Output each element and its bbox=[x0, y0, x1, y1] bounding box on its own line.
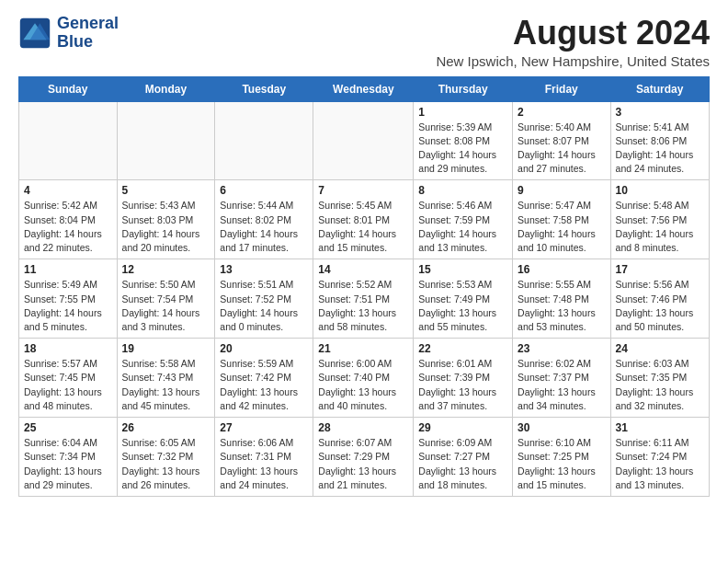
calendar-cell: 29Sunrise: 6:09 AM Sunset: 7:27 PM Dayli… bbox=[414, 418, 513, 497]
day-info: Sunrise: 5:56 AM Sunset: 7:46 PM Dayligh… bbox=[616, 278, 704, 334]
day-info: Sunrise: 6:01 AM Sunset: 7:39 PM Dayligh… bbox=[418, 357, 507, 413]
day-info: Sunrise: 5:57 AM Sunset: 7:45 PM Dayligh… bbox=[24, 357, 112, 413]
calendar-week-row: 25Sunrise: 6:04 AM Sunset: 7:34 PM Dayli… bbox=[19, 418, 710, 497]
day-info: Sunrise: 5:39 AM Sunset: 8:08 PM Dayligh… bbox=[418, 121, 507, 177]
day-number: 4 bbox=[24, 184, 112, 197]
weekday-header-row: SundayMondayTuesdayWednesdayThursdayFrid… bbox=[19, 76, 710, 101]
calendar-header: SundayMondayTuesdayWednesdayThursdayFrid… bbox=[19, 76, 710, 101]
calendar-cell: 4Sunrise: 5:42 AM Sunset: 8:04 PM Daylig… bbox=[19, 180, 118, 259]
day-number: 8 bbox=[418, 184, 507, 197]
day-info: Sunrise: 5:48 AM Sunset: 7:56 PM Dayligh… bbox=[616, 199, 704, 255]
day-number: 10 bbox=[616, 184, 704, 197]
calendar-week-row: 1Sunrise: 5:39 AM Sunset: 8:08 PM Daylig… bbox=[19, 101, 710, 180]
calendar-week-row: 11Sunrise: 5:49 AM Sunset: 7:55 PM Dayli… bbox=[19, 259, 710, 339]
main-title: August 2024 bbox=[436, 15, 710, 52]
day-info: Sunrise: 6:11 AM Sunset: 7:24 PM Dayligh… bbox=[616, 436, 704, 492]
day-info: Sunrise: 5:45 AM Sunset: 8:01 PM Dayligh… bbox=[318, 199, 408, 255]
day-number: 23 bbox=[518, 342, 606, 355]
calendar-cell: 27Sunrise: 6:06 AM Sunset: 7:31 PM Dayli… bbox=[215, 418, 313, 497]
logo-line2: Blue bbox=[57, 33, 119, 52]
weekday-header-sunday: Sunday bbox=[19, 76, 118, 101]
day-number: 29 bbox=[418, 421, 507, 434]
day-number: 6 bbox=[220, 184, 308, 197]
day-number: 30 bbox=[518, 421, 606, 434]
day-info: Sunrise: 5:42 AM Sunset: 8:04 PM Dayligh… bbox=[24, 199, 112, 255]
calendar-cell: 26Sunrise: 6:05 AM Sunset: 7:32 PM Dayli… bbox=[117, 418, 215, 497]
calendar-cell: 30Sunrise: 6:10 AM Sunset: 7:25 PM Dayli… bbox=[513, 418, 611, 497]
logo: General Blue bbox=[18, 15, 119, 52]
day-number: 18 bbox=[24, 342, 112, 355]
day-number: 17 bbox=[616, 263, 704, 276]
calendar-cell bbox=[313, 101, 414, 180]
day-info: Sunrise: 6:07 AM Sunset: 7:29 PM Dayligh… bbox=[318, 436, 408, 492]
day-number: 1 bbox=[418, 106, 507, 119]
logo-text: General Blue bbox=[57, 15, 119, 52]
subtitle: New Ipswich, New Hampshire, United State… bbox=[436, 53, 710, 69]
day-number: 7 bbox=[318, 184, 408, 197]
calendar-cell: 5Sunrise: 5:43 AM Sunset: 8:03 PM Daylig… bbox=[117, 180, 215, 259]
day-number: 24 bbox=[616, 342, 704, 355]
calendar-cell: 28Sunrise: 6:07 AM Sunset: 7:29 PM Dayli… bbox=[313, 418, 414, 497]
calendar-cell: 7Sunrise: 5:45 AM Sunset: 8:01 PM Daylig… bbox=[313, 180, 414, 259]
day-number: 26 bbox=[122, 421, 210, 434]
day-number: 5 bbox=[122, 184, 210, 197]
weekday-header-tuesday: Tuesday bbox=[215, 76, 313, 101]
calendar-cell: 11Sunrise: 5:49 AM Sunset: 7:55 PM Dayli… bbox=[19, 259, 118, 339]
day-info: Sunrise: 5:50 AM Sunset: 7:54 PM Dayligh… bbox=[122, 278, 210, 334]
day-info: Sunrise: 6:03 AM Sunset: 7:35 PM Dayligh… bbox=[616, 357, 704, 413]
logo-line1: General bbox=[57, 15, 119, 33]
day-info: Sunrise: 5:46 AM Sunset: 7:59 PM Dayligh… bbox=[418, 199, 507, 255]
day-info: Sunrise: 6:02 AM Sunset: 7:37 PM Dayligh… bbox=[518, 357, 606, 413]
day-number: 28 bbox=[318, 421, 408, 434]
calendar-week-row: 4Sunrise: 5:42 AM Sunset: 8:04 PM Daylig… bbox=[19, 180, 710, 259]
day-number: 14 bbox=[318, 263, 408, 276]
calendar-cell: 2Sunrise: 5:40 AM Sunset: 8:07 PM Daylig… bbox=[513, 101, 611, 180]
day-number: 27 bbox=[220, 421, 308, 434]
calendar-cell: 21Sunrise: 6:00 AM Sunset: 7:40 PM Dayli… bbox=[313, 339, 414, 418]
day-info: Sunrise: 5:41 AM Sunset: 8:06 PM Dayligh… bbox=[616, 121, 704, 177]
header: General Blue August 2024 New Ipswich, Ne… bbox=[18, 15, 710, 69]
day-number: 9 bbox=[518, 184, 606, 197]
day-info: Sunrise: 5:47 AM Sunset: 7:58 PM Dayligh… bbox=[518, 199, 606, 255]
day-info: Sunrise: 6:00 AM Sunset: 7:40 PM Dayligh… bbox=[318, 357, 408, 413]
day-number: 31 bbox=[616, 421, 704, 434]
day-info: Sunrise: 6:10 AM Sunset: 7:25 PM Dayligh… bbox=[518, 436, 606, 492]
calendar-cell: 24Sunrise: 6:03 AM Sunset: 7:35 PM Dayli… bbox=[610, 339, 709, 418]
day-info: Sunrise: 5:55 AM Sunset: 7:48 PM Dayligh… bbox=[518, 278, 606, 334]
calendar-week-row: 18Sunrise: 5:57 AM Sunset: 7:45 PM Dayli… bbox=[19, 339, 710, 418]
weekday-header-friday: Friday bbox=[513, 76, 611, 101]
calendar-cell: 14Sunrise: 5:52 AM Sunset: 7:51 PM Dayli… bbox=[313, 259, 414, 339]
day-info: Sunrise: 5:51 AM Sunset: 7:52 PM Dayligh… bbox=[220, 278, 308, 334]
day-number: 2 bbox=[518, 106, 606, 119]
calendar-cell: 31Sunrise: 6:11 AM Sunset: 7:24 PM Dayli… bbox=[610, 418, 709, 497]
day-info: Sunrise: 5:40 AM Sunset: 8:07 PM Dayligh… bbox=[518, 121, 606, 177]
day-info: Sunrise: 5:58 AM Sunset: 7:43 PM Dayligh… bbox=[122, 357, 210, 413]
calendar-cell: 17Sunrise: 5:56 AM Sunset: 7:46 PM Dayli… bbox=[610, 259, 709, 339]
day-number: 22 bbox=[418, 342, 507, 355]
calendar-cell: 23Sunrise: 6:02 AM Sunset: 7:37 PM Dayli… bbox=[513, 339, 611, 418]
calendar-cell: 25Sunrise: 6:04 AM Sunset: 7:34 PM Dayli… bbox=[19, 418, 118, 497]
day-number: 12 bbox=[122, 263, 210, 276]
calendar-table: SundayMondayTuesdayWednesdayThursdayFrid… bbox=[18, 76, 710, 497]
day-number: 3 bbox=[616, 106, 704, 119]
day-number: 13 bbox=[220, 263, 308, 276]
calendar-cell: 22Sunrise: 6:01 AM Sunset: 7:39 PM Dayli… bbox=[414, 339, 513, 418]
day-number: 15 bbox=[418, 263, 507, 276]
calendar-cell bbox=[19, 101, 118, 180]
day-info: Sunrise: 6:06 AM Sunset: 7:31 PM Dayligh… bbox=[220, 436, 308, 492]
weekday-header-monday: Monday bbox=[117, 76, 215, 101]
day-number: 16 bbox=[518, 263, 606, 276]
calendar-cell: 6Sunrise: 5:44 AM Sunset: 8:02 PM Daylig… bbox=[215, 180, 313, 259]
day-number: 19 bbox=[122, 342, 210, 355]
calendar-cell: 16Sunrise: 5:55 AM Sunset: 7:48 PM Dayli… bbox=[513, 259, 611, 339]
weekday-header-saturday: Saturday bbox=[610, 76, 709, 101]
calendar-cell: 1Sunrise: 5:39 AM Sunset: 8:08 PM Daylig… bbox=[414, 101, 513, 180]
day-number: 20 bbox=[220, 342, 308, 355]
day-number: 21 bbox=[318, 342, 408, 355]
calendar-cell: 3Sunrise: 5:41 AM Sunset: 8:06 PM Daylig… bbox=[610, 101, 709, 180]
day-info: Sunrise: 5:53 AM Sunset: 7:49 PM Dayligh… bbox=[418, 278, 507, 334]
weekday-header-wednesday: Wednesday bbox=[313, 76, 414, 101]
day-info: Sunrise: 5:52 AM Sunset: 7:51 PM Dayligh… bbox=[318, 278, 408, 334]
weekday-header-thursday: Thursday bbox=[414, 76, 513, 101]
calendar-cell: 18Sunrise: 5:57 AM Sunset: 7:45 PM Dayli… bbox=[19, 339, 118, 418]
